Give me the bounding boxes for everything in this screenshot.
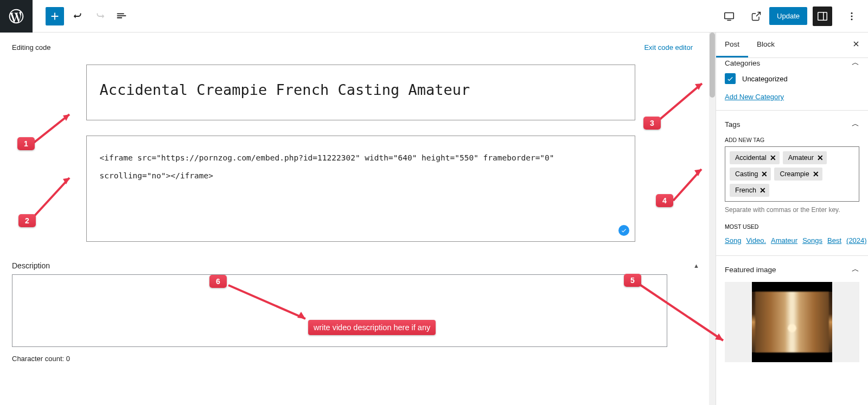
redo-icon (94, 10, 106, 22)
description-collapse-toggle[interactable]: ▲ (693, 262, 699, 269)
categories-title: Categories (725, 59, 760, 67)
tag-label: Creampie (780, 170, 809, 178)
tag-chip: French✕ (730, 184, 769, 197)
undo-icon (72, 10, 84, 22)
sidebar-tabs: Post Block (716, 33, 868, 58)
post-title-input[interactable] (100, 81, 622, 98)
annotation-3: 3 (643, 117, 661, 130)
description-textarea[interactable] (12, 274, 667, 347)
most-used-tag-link[interactable]: Best (827, 236, 841, 245)
desktop-icon (723, 10, 735, 22)
list-icon (116, 10, 127, 22)
grammarly-badge[interactable] (618, 225, 629, 236)
more-vertical-icon (846, 11, 857, 22)
main-scrollbar[interactable] (709, 33, 716, 405)
preview-button[interactable] (749, 9, 764, 24)
tag-label: French (735, 187, 756, 194)
character-count-label: Character count: 0 (12, 355, 699, 363)
tags-hint: Separate with commas or the Enter key. (725, 206, 859, 214)
tag-label: Accidental (735, 154, 767, 162)
svg-rect-0 (725, 12, 734, 18)
remove-tag-button[interactable]: ✕ (760, 186, 766, 195)
tags-input-box[interactable]: Accidental✕Amateur✕Casting✕Creampie✕Fren… (725, 146, 859, 202)
code-editor-header: Editing code Exit code editor (12, 43, 709, 52)
add-block-button[interactable] (46, 7, 64, 25)
tag-label: Casting (735, 170, 758, 178)
check-icon (621, 227, 627, 234)
featured-image-thumbnail[interactable] (725, 282, 859, 362)
add-new-category-link[interactable]: Add New Category (725, 93, 784, 101)
tag-chip: Amateur✕ (783, 151, 827, 164)
most-used-tags: SongVideo.AmateurSongsBest(2024)MusicLov… (725, 234, 859, 247)
svg-point-5 (851, 18, 853, 20)
tags-panel-header[interactable]: Tags ︿ (725, 119, 859, 129)
most-used-tag-link[interactable]: Song (725, 236, 741, 245)
tag-chip: Creampie✕ (774, 168, 822, 181)
most-used-label: MOST USED (725, 223, 859, 230)
sidebar-icon (816, 10, 828, 22)
settings-sidebar: Post Block Categories ︿ Uncategorized Ad… (716, 33, 868, 405)
plus-icon (49, 10, 61, 22)
uncategorized-checkbox[interactable] (725, 73, 736, 84)
most-used-tag-link[interactable]: Amateur (771, 236, 797, 245)
remove-tag-button[interactable]: ✕ (817, 153, 824, 162)
annotation-1: 1 (17, 137, 35, 150)
most-used-tag-link[interactable]: (2024) (846, 236, 867, 245)
close-sidebar-button[interactable] (844, 40, 868, 51)
view-button[interactable] (722, 9, 737, 24)
exit-code-editor-link[interactable]: Exit code editor (644, 43, 693, 52)
tag-chip: Accidental✕ (730, 151, 780, 164)
annotation-4: 4 (656, 194, 673, 207)
external-link-icon (751, 11, 762, 22)
wordpress-icon (8, 8, 25, 25)
post-code-box: <iframe src="https://pornzog.com/embed.p… (86, 136, 635, 242)
categories-panel-header[interactable]: Categories ︿ (725, 58, 859, 68)
description-label: Description (12, 261, 50, 270)
editor-main: Editing code Exit code editor <iframe sr… (0, 33, 716, 405)
post-code-textarea[interactable]: <iframe src="https://pornzog.com/embed.p… (100, 149, 622, 220)
redo-button (92, 9, 107, 24)
chevron-up-icon: ︿ (852, 58, 859, 68)
more-options-button[interactable] (844, 9, 859, 24)
add-new-tag-label: ADD NEW TAG (725, 137, 859, 143)
svg-point-3 (851, 12, 853, 14)
tag-label: Amateur (788, 154, 814, 162)
svg-rect-1 (818, 12, 827, 20)
chevron-up-icon: ︿ (852, 119, 859, 129)
annotation-description-text: write video description here if any (308, 320, 436, 335)
tab-post[interactable]: Post (716, 33, 748, 57)
tag-chip: Casting✕ (730, 168, 771, 181)
svg-point-4 (851, 15, 853, 17)
undo-button[interactable] (71, 9, 86, 24)
scrollbar-thumb[interactable] (710, 33, 715, 98)
annotation-6: 6 (209, 275, 227, 288)
top-toolbar: Update (0, 0, 868, 33)
featured-image-preview (752, 282, 832, 362)
annotation-2: 2 (18, 214, 36, 227)
check-icon (726, 75, 734, 82)
editing-code-label: Editing code (12, 43, 51, 52)
tags-title: Tags (725, 120, 741, 128)
update-button[interactable]: Update (769, 7, 807, 25)
most-used-tag-link[interactable]: Songs (802, 236, 822, 245)
remove-tag-button[interactable]: ✕ (813, 170, 819, 178)
featured-image-panel-header[interactable]: Featured image ︿ (725, 265, 859, 274)
featured-image-title: Featured image (725, 266, 776, 274)
document-outline-button[interactable] (114, 9, 129, 24)
annotation-5: 5 (624, 274, 641, 287)
most-used-tag-link[interactable]: Video. (746, 236, 766, 245)
chevron-up-icon: ︿ (852, 265, 859, 274)
post-title-box (86, 65, 635, 120)
close-icon (852, 40, 860, 48)
uncategorized-label: Uncategorized (742, 75, 788, 83)
remove-tag-button[interactable]: ✕ (761, 170, 768, 178)
tab-block[interactable]: Block (748, 33, 783, 57)
settings-sidebar-toggle[interactable] (813, 7, 832, 26)
wordpress-logo[interactable] (0, 0, 33, 33)
remove-tag-button[interactable]: ✕ (770, 153, 776, 162)
